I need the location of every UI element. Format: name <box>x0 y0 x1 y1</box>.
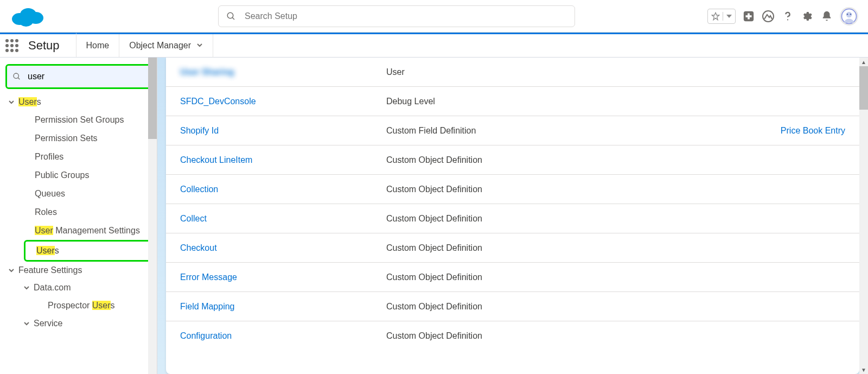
search-icon <box>226 11 236 21</box>
window-scrollbar[interactable]: ▲ ▼ <box>859 58 868 374</box>
chevron-down-icon <box>196 41 203 50</box>
tree-leaf-users[interactable]: Users <box>4 240 152 262</box>
quick-find[interactable] <box>7 66 150 87</box>
table-row: Collect Custom Object Definition <box>166 204 859 233</box>
svg-line-18 <box>18 78 20 79</box>
svg-marker-6 <box>712 12 719 20</box>
result-type: Debug Level <box>386 97 748 106</box>
chevron-down-icon <box>726 14 732 19</box>
help-icon[interactable] <box>781 10 794 23</box>
bell-icon[interactable] <box>820 10 833 23</box>
scroll-down-arrow[interactable]: ▼ <box>859 365 868 374</box>
chevron-down-icon <box>7 99 16 105</box>
main-panel: User Sharing User SFDC_DevConsole Debug … <box>157 58 868 374</box>
result-link[interactable]: Checkout LineItem <box>180 155 252 164</box>
context-nav: Setup Home Object Manager <box>0 33 868 58</box>
tree-node-datacom[interactable]: Data.com <box>4 279 152 296</box>
chevron-right-icon <box>22 320 31 327</box>
salesforce-logo[interactable] <box>10 5 44 28</box>
tree-node-users[interactable]: Users <box>4 93 152 111</box>
table-row: Shopify Id Custom Field Definition Price… <box>166 116 859 145</box>
table-row: Configuration Custom Object Definition <box>166 321 859 351</box>
result-type: Custom Object Definition <box>386 155 748 165</box>
trailhead-icon[interactable] <box>762 10 775 23</box>
tree-leaf-permission-sets[interactable]: Permission Sets <box>4 129 152 148</box>
header-actions <box>707 7 858 26</box>
svg-line-5 <box>232 17 234 20</box>
result-link[interactable]: Shopify Id <box>180 126 219 135</box>
svg-point-3 <box>19 16 33 27</box>
highlight: User <box>36 246 55 255</box>
global-search-input[interactable] <box>244 11 567 22</box>
favorites-button[interactable] <box>707 9 736 24</box>
table-row: SFDC_DevConsole Debug Level <box>166 87 859 116</box>
tree-leaf-queues[interactable]: Queues <box>4 185 152 203</box>
table-row: User Sharing User <box>166 58 859 87</box>
tree-leaf-profiles[interactable]: Profiles <box>4 148 152 166</box>
result-type: User <box>386 67 748 77</box>
tree-leaf-public-groups[interactable]: Public Groups <box>4 166 152 185</box>
highlight: User <box>18 97 37 106</box>
svg-rect-10 <box>746 15 752 17</box>
setup-sidebar: Users Permission Set Groups Permission S… <box>0 58 157 374</box>
table-row: Field Mapping Custom Object Definition <box>166 292 859 321</box>
result-link[interactable]: Error Message <box>180 272 237 282</box>
tree-leaf-permission-set-groups[interactable]: Permission Set Groups <box>4 111 152 129</box>
tab-home[interactable]: Home <box>76 33 119 57</box>
star-icon <box>711 12 720 21</box>
highlight: User <box>35 226 53 235</box>
result-type: Custom Object Definition <box>386 331 748 341</box>
tree-leaf-roles[interactable]: Roles <box>4 203 152 221</box>
scroll-up-arrow[interactable]: ▲ <box>859 58 868 66</box>
svg-point-15 <box>847 14 848 15</box>
global-header <box>0 0 868 33</box>
chevron-down-icon <box>22 284 31 291</box>
chevron-down-icon <box>7 267 16 274</box>
body: Users Permission Set Groups Permission S… <box>0 58 868 374</box>
result-link[interactable]: Checkout <box>180 243 217 252</box>
result-link[interactable]: User Sharing <box>180 67 234 77</box>
table-row: Error Message Custom Object Definition <box>166 263 859 292</box>
tab-object-manager[interactable]: Object Manager <box>119 34 213 57</box>
svg-point-4 <box>227 12 233 18</box>
result-link[interactable]: Collect <box>180 214 207 223</box>
add-global-action-icon[interactable] <box>742 10 755 23</box>
svg-point-12 <box>787 19 788 20</box>
tree-node-feature-settings[interactable]: Feature Settings <box>4 262 152 279</box>
table-row: Checkout Custom Object Definition <box>166 233 859 263</box>
setup-tree: Users Permission Set Groups Permission S… <box>4 93 152 332</box>
svg-marker-7 <box>726 15 732 18</box>
app-name: Setup <box>28 34 60 57</box>
global-search[interactable] <box>218 5 575 27</box>
result-link[interactable]: Collection <box>180 185 218 194</box>
result-link[interactable]: Configuration <box>180 331 232 340</box>
sidebar-scrollbar[interactable] <box>148 58 157 374</box>
scroll-thumb[interactable] <box>859 66 868 110</box>
tree-leaf-prospector-users[interactable]: Prospector Users <box>4 296 152 315</box>
svg-point-17 <box>14 73 18 78</box>
result-link[interactable]: Field Mapping <box>180 302 235 311</box>
result-type: Custom Field Definition <box>386 126 748 136</box>
result-type: Custom Object Definition <box>386 243 748 253</box>
result-object-link[interactable]: Price Book Entry <box>781 126 845 135</box>
table-row: Checkout LineItem Custom Object Definiti… <box>166 145 859 175</box>
search-icon <box>12 72 21 81</box>
result-link[interactable]: SFDC_DevConsole <box>180 97 256 106</box>
tree-node-service[interactable]: Service <box>4 315 152 332</box>
result-type: Custom Object Definition <box>386 302 748 312</box>
quick-find-input[interactable] <box>27 71 144 82</box>
gear-icon[interactable] <box>801 10 814 23</box>
svg-point-16 <box>850 14 851 15</box>
result-type: Custom Object Definition <box>386 272 748 282</box>
tree-leaf-user-management-settings[interactable]: User Management Settings <box>4 221 152 240</box>
table-row: Collection Custom Object Definition <box>166 175 859 204</box>
highlight: User <box>92 301 111 310</box>
result-type: Custom Object Definition <box>386 214 748 224</box>
results-card: User Sharing User SFDC_DevConsole Debug … <box>166 58 859 374</box>
user-avatar[interactable] <box>840 7 858 26</box>
result-type: Custom Object Definition <box>386 185 748 194</box>
app-launcher-icon[interactable] <box>0 34 24 57</box>
